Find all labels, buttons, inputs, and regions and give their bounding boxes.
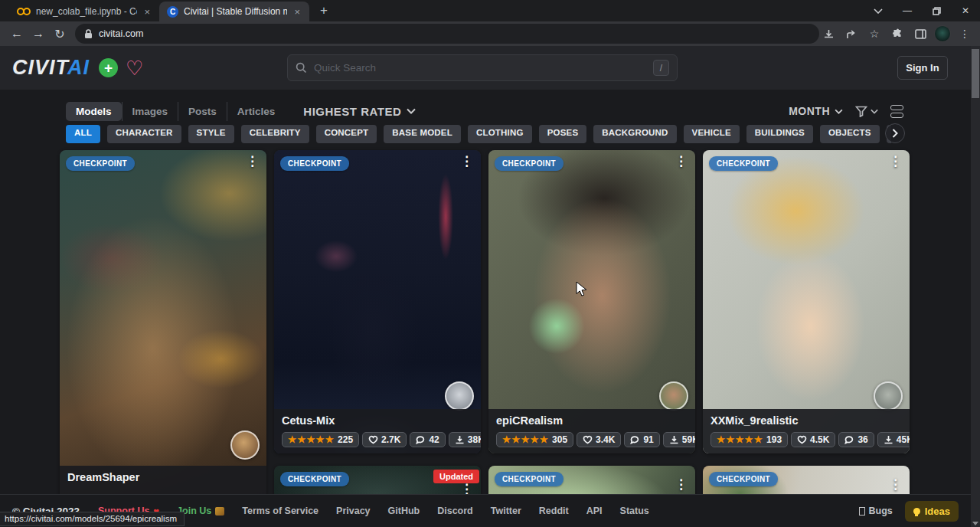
footer-link-api[interactable]: API	[586, 506, 603, 516]
creator-avatar[interactable]	[230, 430, 260, 460]
extensions-puzzle-icon[interactable]	[888, 25, 906, 43]
filter-dropdown[interactable]	[855, 106, 878, 117]
model-card-dreamshaper[interactable]: CHECKPOINT ⋮ DreamShaper	[60, 150, 266, 510]
create-plus-icon[interactable]: +	[99, 58, 118, 77]
chevron-down-icon	[407, 108, 416, 114]
footer-link-twitter[interactable]: Twitter	[491, 506, 521, 516]
colab-icon	[17, 8, 31, 16]
content-type-tabs: Models Images Posts Articles	[66, 102, 285, 121]
card-stats: ★★★★★193 4.5K 36 45K	[710, 432, 902, 448]
model-card-xxmix[interactable]: CHECKPOINT ⋮ XXMix_9realistic ★★★★★193 4…	[703, 150, 910, 453]
browser-tab-colab[interactable]: new_colab_file.ipynb - Colaborat ×	[9, 2, 159, 21]
chip-vehicle[interactable]: VEHICLE	[684, 125, 740, 143]
address-bar[interactable]: civitai.com	[75, 24, 819, 44]
checkpoint-badge: CHECKPOINT	[709, 156, 778, 171]
maximize-icon[interactable]	[922, 0, 951, 21]
page-scrollbar[interactable]	[971, 46, 980, 527]
chevron-down-icon	[835, 109, 843, 114]
browser-toolbar: ← → ↻ civitai.com ☆ ⋮	[0, 21, 980, 46]
sort-dropdown[interactable]: HIGHEST RATED	[303, 105, 416, 118]
scrollbar-thumb[interactable]	[972, 49, 979, 98]
comments-pill[interactable]: 36	[838, 432, 874, 447]
civitai-logo[interactable]: CIVITAI	[12, 56, 90, 80]
footer-link-github[interactable]: GitHub	[388, 506, 420, 516]
comments-pill[interactable]: 91	[624, 432, 659, 447]
likes-pill[interactable]: 3.4K	[577, 432, 621, 447]
close-tab-icon[interactable]: ×	[142, 6, 152, 18]
card-menu-kebab-icon[interactable]: ⋮	[889, 153, 902, 169]
chip-clothing[interactable]: CLOTHING	[468, 125, 532, 143]
period-dropdown[interactable]: MONTH	[789, 105, 843, 117]
likes-pill[interactable]: 2.7K	[362, 432, 407, 447]
share-icon[interactable]	[842, 25, 861, 43]
scrollbar-down-arrow[interactable]	[972, 522, 978, 525]
tab-images[interactable]: Images	[122, 102, 178, 121]
likes-pill[interactable]: 4.5K	[791, 432, 835, 447]
footer-link-privacy[interactable]: Privacy	[336, 506, 370, 516]
download-icon	[455, 435, 465, 444]
new-tab-button[interactable]: +	[315, 3, 332, 18]
downloads-pill[interactable]: 45K	[877, 432, 910, 447]
close-window-icon[interactable]: ✕	[951, 0, 980, 21]
chip-objects[interactable]: OBJECTS	[820, 125, 880, 143]
footer-link-status[interactable]: Status	[620, 506, 649, 516]
chip-background[interactable]: BACKGROUND	[593, 125, 676, 143]
bugs-link[interactable]: Bugs	[859, 506, 893, 516]
card-menu-kebab-icon[interactable]: ⋮	[675, 476, 688, 493]
browser-profile-avatar[interactable]	[934, 25, 951, 42]
model-card-cetus-mix[interactable]: CHECKPOINT ⋮ Cetus-Mix ★★★★★225 2.7K 42 …	[274, 150, 481, 453]
side-panel-icon[interactable]	[911, 25, 929, 43]
back-icon[interactable]: ←	[6, 27, 28, 41]
chip-poses[interactable]: POSES	[539, 125, 587, 143]
comments-pill[interactable]: 42	[410, 432, 445, 447]
model-card-epicrealism[interactable]: CHECKPOINT ⋮ epiCRealism ★★★★★305 3.4K 9…	[488, 150, 695, 453]
heart-icon	[583, 435, 593, 444]
tab-models[interactable]: Models	[66, 102, 122, 121]
checkpoint-badge: CHECKPOINT	[66, 156, 135, 171]
card-menu-kebab-icon[interactable]: ⋮	[889, 476, 902, 493]
search-input[interactable]: Quick Search /	[287, 54, 678, 81]
chip-style[interactable]: STYLE	[188, 125, 234, 143]
tab-search-chevron-icon[interactable]	[864, 0, 893, 21]
footer-link-discord[interactable]: Discord	[437, 506, 473, 516]
creator-avatar[interactable]	[874, 381, 903, 411]
creator-avatar[interactable]	[659, 381, 688, 411]
chip-all[interactable]: ALL	[66, 125, 100, 143]
forward-icon[interactable]: →	[28, 27, 49, 41]
sign-in-button[interactable]: Sign In	[897, 56, 948, 80]
card-menu-kebab-icon[interactable]: ⋮	[675, 153, 688, 169]
minimize-icon[interactable]: —	[893, 0, 922, 21]
browser-menu-kebab-icon[interactable]: ⋮	[956, 25, 974, 43]
creator-avatar[interactable]	[445, 381, 474, 411]
ideas-button[interactable]: Ideas	[905, 501, 959, 522]
browser-tab-civitai[interactable]: C Civitai | Stable Diffusion models, ×	[159, 2, 309, 21]
chips-scroll-right-button[interactable]	[885, 123, 905, 143]
card-footer: XXMix_9realistic ★★★★★193 4.5K 36 45K	[703, 409, 910, 454]
card-menu-kebab-icon[interactable]: ⋮	[460, 153, 473, 169]
downloads-pill[interactable]: 59K	[663, 432, 695, 447]
content-nav-row: Models Images Posts Articles HIGHEST RAT…	[66, 100, 903, 122]
card-footer: epiCRealism ★★★★★305 3.4K 91 59K	[488, 409, 695, 454]
link-status-tooltip: https://civitai.com/models/25694/epicrea…	[0, 512, 185, 526]
bookmark-star-icon[interactable]: ☆	[865, 25, 884, 43]
footer-link-reddit[interactable]: Reddit	[539, 506, 569, 516]
tab-articles[interactable]: Articles	[227, 102, 286, 121]
card-stats: ★★★★★225 2.7K 42 38K	[282, 432, 473, 448]
heart-icon	[368, 435, 378, 444]
footer-link-terms[interactable]: Terms of Service	[242, 506, 318, 516]
lock-icon	[84, 29, 93, 39]
chip-base-model[interactable]: BASE MODEL	[384, 125, 461, 143]
chip-buildings[interactable]: BUILDINGS	[746, 125, 813, 143]
close-tab-icon[interactable]: ×	[292, 6, 302, 18]
card-menu-kebab-icon[interactable]: ⋮	[246, 153, 259, 169]
support-heart-icon[interactable]: ♡	[126, 58, 143, 78]
reload-icon[interactable]: ↻	[49, 27, 70, 41]
downloads-pill[interactable]: 38K	[449, 432, 481, 447]
card-column-1: CHECKPOINT ⋮ DreamShaper	[60, 150, 266, 510]
download-icon[interactable]	[819, 25, 838, 43]
chip-concept[interactable]: CONCEPT	[316, 125, 377, 143]
chip-celebrity[interactable]: CELEBRITY	[241, 125, 309, 143]
layout-toggle-icon[interactable]	[890, 105, 903, 118]
chip-character[interactable]: CHARACTER	[107, 125, 181, 143]
tab-posts[interactable]: Posts	[178, 102, 227, 121]
